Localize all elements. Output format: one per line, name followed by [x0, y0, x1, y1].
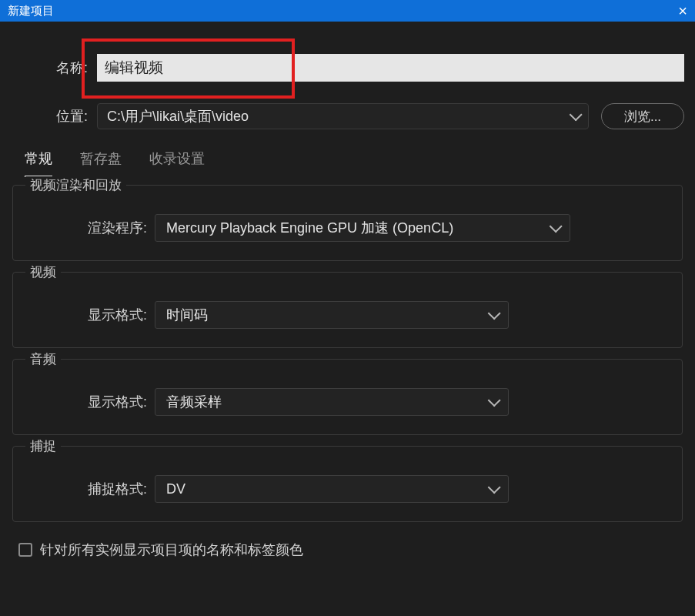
dialog-body: 名称: 位置: C:\用户\likai\桌面\video 浏览... 常规 暂存… — [0, 22, 695, 567]
chevron-down-icon — [488, 480, 501, 494]
legend-audio: 音频 — [25, 350, 61, 368]
legend-render: 视频渲染和回放 — [25, 176, 126, 194]
capture-format-value: DV — [166, 481, 185, 497]
chevron-down-icon — [550, 219, 563, 233]
display-name-color-row: 针对所有实例显示项目项的名称和标签颜色 — [12, 533, 683, 567]
location-value: C:\用户\likai\桌面\video — [107, 107, 249, 126]
tabs: 常规 暂存盘 收录设置 — [11, 140, 684, 177]
display-name-color-label: 针对所有实例显示项目项的名称和标签颜色 — [40, 541, 303, 559]
location-label: 位置: — [11, 107, 97, 126]
project-name-input[interactable] — [97, 54, 684, 82]
name-label: 名称: — [11, 59, 97, 77]
section-capture: 捕捉 捕捉格式: DV — [12, 446, 683, 522]
section-audio: 音频 显示格式: 音频采样 — [12, 359, 683, 435]
legend-capture: 捕捉 — [25, 437, 61, 455]
chevron-down-icon — [488, 393, 501, 407]
video-display-value: 时间码 — [166, 306, 208, 324]
legend-video: 视频 — [25, 263, 61, 281]
tab-scratch-disks[interactable]: 暂存盘 — [80, 149, 122, 177]
tab-general[interactable]: 常规 — [25, 149, 52, 177]
titlebar: 新建项目 × — [0, 0, 695, 22]
close-icon[interactable]: × — [678, 3, 687, 18]
video-display-label: 显示格式: — [25, 306, 155, 324]
renderer-dropdown[interactable]: Mercury Playback Engine GPU 加速 (OpenCL) — [155, 214, 570, 242]
chevron-down-icon — [488, 306, 501, 320]
audio-display-label: 显示格式: — [25, 393, 155, 411]
audio-display-dropdown[interactable]: 音频采样 — [155, 388, 509, 416]
audio-display-value: 音频采样 — [166, 393, 222, 411]
section-render: 视频渲染和回放 渲染程序: Mercury Playback Engine GP… — [12, 185, 683, 261]
section-video: 视频 显示格式: 时间码 — [12, 272, 683, 348]
renderer-label: 渲染程序: — [25, 219, 155, 237]
tab-ingest-settings[interactable]: 收录设置 — [149, 149, 205, 177]
display-name-color-checkbox[interactable] — [18, 543, 32, 557]
video-display-dropdown[interactable]: 时间码 — [155, 301, 509, 329]
window-title: 新建项目 — [8, 4, 54, 18]
chevron-down-icon — [570, 108, 583, 121]
renderer-value: Mercury Playback Engine GPU 加速 (OpenCL) — [166, 219, 453, 237]
location-dropdown[interactable]: C:\用户\likai\桌面\video — [97, 103, 589, 129]
capture-format-dropdown[interactable]: DV — [155, 475, 509, 503]
browse-button[interactable]: 浏览... — [601, 103, 684, 129]
capture-format-label: 捕捉格式: — [25, 480, 155, 498]
